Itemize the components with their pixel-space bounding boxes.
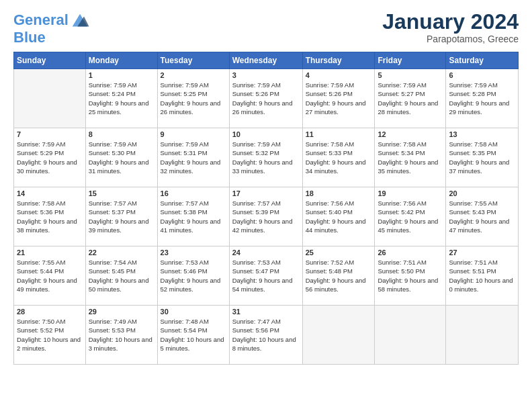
day-number: 20 [449, 189, 515, 197]
calendar-cell: 7Sunrise: 7:59 AMSunset: 5:29 PMDaylight… [14, 128, 86, 187]
calendar-header-wednesday: Wednesday [229, 52, 302, 69]
calendar-header-row: SundayMondayTuesdayWednesdayThursdayFrid… [14, 52, 519, 69]
calendar-header-tuesday: Tuesday [157, 52, 229, 69]
day-number: 12 [378, 130, 443, 138]
day-info: Sunrise: 7:59 AMSunset: 5:26 PMDaylight:… [232, 81, 300, 116]
calendar-week-4: 21Sunrise: 7:55 AMSunset: 5:44 PMDayligh… [14, 246, 519, 306]
day-info: Sunrise: 7:51 AMSunset: 5:50 PMDaylight:… [378, 258, 443, 293]
day-info: Sunrise: 7:59 AMSunset: 5:31 PMDaylight:… [161, 140, 226, 175]
month-title: January 2024 [382, 10, 519, 34]
page-container: General Blue January 2024 Parapotamos, G… [0, 0, 532, 371]
day-info: Sunrise: 7:54 AMSunset: 5:45 PMDaylight:… [89, 258, 154, 293]
calendar-cell [375, 306, 446, 365]
day-info: Sunrise: 7:59 AMSunset: 5:25 PMDaylight:… [161, 81, 226, 116]
calendar-cell: 13Sunrise: 7:58 AMSunset: 5:35 PMDayligh… [446, 128, 519, 187]
day-number: 31 [232, 308, 300, 316]
day-number: 30 [161, 308, 226, 316]
title-block: January 2024 Parapotamos, Greece [382, 10, 519, 44]
calendar-week-5: 28Sunrise: 7:50 AMSunset: 5:52 PMDayligh… [14, 306, 519, 365]
calendar-cell [14, 69, 86, 128]
calendar-cell: 29Sunrise: 7:49 AMSunset: 5:53 PMDayligh… [85, 306, 157, 365]
day-info: Sunrise: 7:59 AMSunset: 5:30 PMDaylight:… [89, 140, 154, 175]
calendar-cell: 27Sunrise: 7:51 AMSunset: 5:51 PMDayligh… [446, 246, 519, 306]
calendar-cell: 22Sunrise: 7:54 AMSunset: 5:45 PMDayligh… [85, 246, 157, 306]
calendar-cell: 5Sunrise: 7:59 AMSunset: 5:27 PMDaylight… [375, 69, 446, 128]
day-number: 15 [89, 189, 154, 197]
day-number: 9 [161, 130, 226, 138]
day-info: Sunrise: 7:59 AMSunset: 5:27 PMDaylight:… [378, 81, 443, 116]
calendar-cell: 31Sunrise: 7:47 AMSunset: 5:56 PMDayligh… [229, 306, 302, 365]
day-info: Sunrise: 7:53 AMSunset: 5:46 PMDaylight:… [161, 258, 226, 293]
calendar-cell: 26Sunrise: 7:51 AMSunset: 5:50 PMDayligh… [375, 246, 446, 306]
day-info: Sunrise: 7:59 AMSunset: 5:26 PMDaylight:… [306, 81, 372, 116]
logo-text: General [13, 13, 69, 28]
day-info: Sunrise: 7:49 AMSunset: 5:53 PMDaylight:… [89, 317, 154, 353]
calendar-cell: 30Sunrise: 7:48 AMSunset: 5:54 PMDayligh… [157, 306, 229, 365]
calendar-cell: 1Sunrise: 7:59 AMSunset: 5:24 PMDaylight… [85, 69, 157, 128]
calendar-cell: 11Sunrise: 7:58 AMSunset: 5:33 PMDayligh… [302, 128, 375, 187]
day-info: Sunrise: 7:59 AMSunset: 5:32 PMDaylight:… [232, 140, 300, 175]
day-number: 6 [449, 71, 515, 79]
calendar-cell: 15Sunrise: 7:57 AMSunset: 5:37 PMDayligh… [85, 187, 157, 246]
day-info: Sunrise: 7:56 AMSunset: 5:40 PMDaylight:… [306, 199, 372, 234]
calendar-cell: 8Sunrise: 7:59 AMSunset: 5:30 PMDaylight… [85, 128, 157, 187]
logo-blue: Blue [13, 30, 90, 45]
logo: General Blue [13, 10, 90, 45]
calendar-week-3: 14Sunrise: 7:58 AMSunset: 5:36 PMDayligh… [14, 187, 519, 246]
day-number: 2 [161, 71, 226, 79]
calendar-cell: 20Sunrise: 7:55 AMSunset: 5:43 PMDayligh… [446, 187, 519, 246]
day-number: 4 [306, 71, 372, 79]
day-info: Sunrise: 7:51 AMSunset: 5:51 PMDaylight:… [449, 258, 515, 293]
day-info: Sunrise: 7:57 AMSunset: 5:39 PMDaylight:… [232, 199, 300, 234]
logo-icon [70, 10, 90, 30]
day-info: Sunrise: 7:52 AMSunset: 5:48 PMDaylight:… [306, 258, 372, 293]
calendar-cell: 21Sunrise: 7:55 AMSunset: 5:44 PMDayligh… [14, 246, 86, 306]
day-number: 29 [89, 308, 154, 316]
day-number: 19 [378, 189, 443, 197]
day-number: 11 [306, 130, 372, 138]
day-number: 5 [378, 71, 443, 79]
day-info: Sunrise: 7:59 AMSunset: 5:24 PMDaylight:… [89, 81, 154, 116]
day-info: Sunrise: 7:58 AMSunset: 5:35 PMDaylight:… [449, 140, 515, 175]
calendar-cell [446, 306, 519, 365]
calendar-cell: 2Sunrise: 7:59 AMSunset: 5:25 PMDaylight… [157, 69, 229, 128]
day-info: Sunrise: 7:50 AMSunset: 5:52 PMDaylight:… [17, 317, 83, 353]
calendar-cell: 28Sunrise: 7:50 AMSunset: 5:52 PMDayligh… [14, 306, 86, 365]
day-number: 18 [306, 189, 372, 197]
day-info: Sunrise: 7:59 AMSunset: 5:28 PMDaylight:… [449, 81, 515, 116]
calendar-header-saturday: Saturday [446, 52, 519, 69]
calendar-header-monday: Monday [85, 52, 157, 69]
calendar-header-thursday: Thursday [302, 52, 375, 69]
calendar-cell: 18Sunrise: 7:56 AMSunset: 5:40 PMDayligh… [302, 187, 375, 246]
day-info: Sunrise: 7:55 AMSunset: 5:43 PMDaylight:… [449, 199, 515, 234]
calendar-cell: 14Sunrise: 7:58 AMSunset: 5:36 PMDayligh… [14, 187, 86, 246]
calendar-cell: 3Sunrise: 7:59 AMSunset: 5:26 PMDaylight… [229, 69, 302, 128]
calendar-cell: 23Sunrise: 7:53 AMSunset: 5:46 PMDayligh… [157, 246, 229, 306]
calendar-cell: 4Sunrise: 7:59 AMSunset: 5:26 PMDaylight… [302, 69, 375, 128]
calendar-table: SundayMondayTuesdayWednesdayThursdayFrid… [13, 52, 519, 365]
calendar-cell: 9Sunrise: 7:59 AMSunset: 5:31 PMDaylight… [157, 128, 229, 187]
day-info: Sunrise: 7:56 AMSunset: 5:42 PMDaylight:… [378, 199, 443, 234]
day-info: Sunrise: 7:58 AMSunset: 5:36 PMDaylight:… [17, 199, 83, 234]
calendar-cell: 10Sunrise: 7:59 AMSunset: 5:32 PMDayligh… [229, 128, 302, 187]
calendar-cell: 17Sunrise: 7:57 AMSunset: 5:39 PMDayligh… [229, 187, 302, 246]
calendar-cell [302, 306, 375, 365]
day-number: 7 [17, 130, 83, 138]
calendar-cell: 19Sunrise: 7:56 AMSunset: 5:42 PMDayligh… [375, 187, 446, 246]
day-info: Sunrise: 7:53 AMSunset: 5:47 PMDaylight:… [232, 258, 300, 293]
day-number: 27 [449, 248, 515, 257]
day-info: Sunrise: 7:47 AMSunset: 5:56 PMDaylight:… [232, 317, 300, 353]
day-number: 22 [89, 248, 154, 257]
calendar-header-friday: Friday [375, 52, 446, 69]
calendar-week-2: 7Sunrise: 7:59 AMSunset: 5:29 PMDaylight… [14, 128, 519, 187]
calendar-header-sunday: Sunday [14, 52, 86, 69]
header: General Blue January 2024 Parapotamos, G… [13, 10, 519, 45]
day-info: Sunrise: 7:59 AMSunset: 5:29 PMDaylight:… [17, 140, 83, 175]
day-number: 8 [89, 130, 154, 138]
day-number: 24 [232, 248, 300, 257]
day-number: 26 [378, 248, 443, 257]
calendar-cell: 25Sunrise: 7:52 AMSunset: 5:48 PMDayligh… [302, 246, 375, 306]
day-number: 13 [449, 130, 515, 138]
day-info: Sunrise: 7:58 AMSunset: 5:33 PMDaylight:… [306, 140, 372, 175]
day-info: Sunrise: 7:55 AMSunset: 5:44 PMDaylight:… [17, 258, 83, 293]
